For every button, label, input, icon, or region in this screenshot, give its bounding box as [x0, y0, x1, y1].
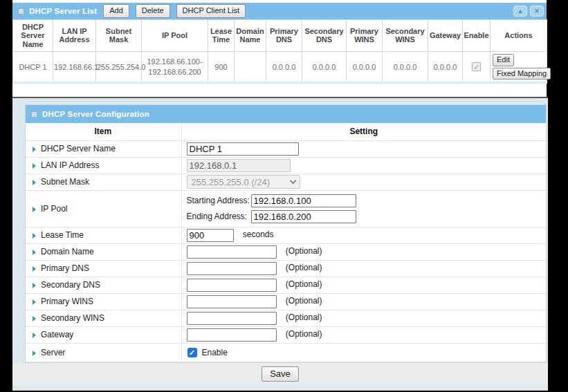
- field-label: Gateway: [41, 330, 73, 339]
- item-arrow-icon: [33, 180, 36, 185]
- cell-enable: [463, 51, 491, 83]
- ending-address-label: Ending Address:: [187, 212, 251, 221]
- item-arrow-icon: [33, 351, 36, 356]
- optional-note: (Optional): [286, 296, 322, 306]
- optional-note: (Optional): [286, 246, 322, 256]
- field-label: LAN IP Address: [41, 160, 100, 170]
- col-header-pwins: Primary WINS: [347, 20, 383, 52]
- window-controls: ▴ ✕: [513, 6, 544, 17]
- chevron-down-icon: [289, 177, 296, 184]
- field-label: DHCP Server Name: [41, 144, 116, 153]
- server-enable-label: Enable: [202, 348, 228, 357]
- col-header-name: DHCP Server Name: [13, 20, 53, 52]
- cell-pdns: 0.0.0.0: [266, 51, 302, 83]
- secondary-wins-input[interactable]: [187, 312, 277, 325]
- optional-note: (Optional): [286, 263, 322, 272]
- col-header-lease: Lease Time: [208, 20, 235, 52]
- col-header-actions: Actions: [491, 20, 547, 52]
- cell-sdns: 0.0.0.0: [302, 51, 347, 83]
- ending-address-input[interactable]: [251, 210, 356, 223]
- enable-checkbox-disabled: [472, 62, 481, 71]
- col-header-sdns: Secondary DNS: [302, 20, 347, 52]
- config-header-row: Item Setting: [26, 123, 546, 140]
- subnet-mask-select: 255.255.255.0 (/24): [187, 175, 300, 189]
- field-label: Subnet Mask: [41, 177, 89, 187]
- edit-button[interactable]: Edit: [493, 54, 514, 66]
- starting-address-label: Starting Address:: [187, 196, 251, 205]
- row-lease-time: Lease Time seconds: [26, 227, 546, 243]
- panel-square-icon: [31, 111, 37, 118]
- col-header-domain: Domain Name: [235, 20, 266, 52]
- lan-ip-input: [187, 159, 291, 172]
- optional-note: (Optional): [286, 312, 322, 322]
- cell-swins: 0.0.0.0: [383, 51, 428, 83]
- dhcp-list-titlebar: DHCP Server List Add Delete DHCP Client …: [12, 3, 547, 19]
- field-label: Domain Name: [41, 247, 94, 256]
- row-gateway: Gateway (Optional): [26, 326, 546, 343]
- item-arrow-icon: [33, 163, 36, 169]
- close-icon[interactable]: ✕: [530, 6, 544, 17]
- delete-button[interactable]: Delete: [136, 4, 170, 18]
- cell-lease: 900: [208, 51, 235, 83]
- row-domain-name: Domain Name (Optional): [26, 243, 546, 260]
- field-label: IP Pool: [41, 204, 67, 214]
- item-arrow-icon: [33, 333, 36, 338]
- server-enable-checkbox[interactable]: [187, 348, 197, 357]
- field-label: Lease Time: [41, 230, 84, 240]
- subnet-mask-value: 255.255.255.0 (/24): [192, 177, 270, 187]
- starting-address-input[interactable]: [251, 194, 356, 207]
- primary-dns-input[interactable]: [187, 262, 277, 275]
- item-arrow-icon: [33, 233, 36, 239]
- row-primary-dns: Primary DNS (Optional): [26, 260, 546, 277]
- dhcp-config-title: DHCP Server Configuration: [42, 110, 149, 118]
- item-arrow-icon: [33, 250, 36, 255]
- field-label: Primary WINS: [41, 297, 93, 306]
- cell-lan-ip: 192.168.66.1: [53, 51, 96, 83]
- col-header-ip-pool: IP Pool: [142, 20, 208, 52]
- lease-time-input[interactable]: [187, 229, 234, 242]
- item-arrow-icon: [33, 316, 36, 321]
- domain-name-input[interactable]: [187, 245, 277, 259]
- field-label: Server: [41, 348, 65, 357]
- collapse-icon[interactable]: ▴: [513, 6, 527, 17]
- setting-header: Setting: [181, 123, 546, 140]
- dhcp-server-table: DHCP Server Name LAN IP Address Subnet M…: [12, 19, 547, 84]
- fixed-mapping-button[interactable]: Fixed Mapping: [493, 68, 551, 80]
- dhcp-client-list-button[interactable]: DHCP Client List: [176, 4, 246, 18]
- lease-time-suffix: seconds: [243, 230, 274, 239]
- dhcp-config-table: Item Setting DHCP Server Name LAN IP Add…: [26, 123, 546, 362]
- dhcp-server-list-window: DHCP Server List Add Delete DHCP Client …: [12, 0, 547, 98]
- col-header-enable: Enable: [463, 20, 491, 52]
- gateway-input[interactable]: [187, 328, 277, 342]
- panel-square-icon: [18, 8, 24, 15]
- field-label: Secondary DNS: [41, 280, 100, 290]
- item-arrow-icon: [33, 207, 36, 212]
- table-row: DHCP 1 192.168.66.1 255.255.254.0 192.16…: [13, 51, 547, 83]
- cell-pwins: 0.0.0.0: [347, 51, 383, 83]
- row-subnet-mask: Subnet Mask 255.255.255.0 (/24): [26, 174, 546, 190]
- col-header-subnet: Subnet Mask: [96, 20, 142, 52]
- cell-name: DHCP 1: [13, 51, 53, 83]
- secondary-dns-input[interactable]: [187, 279, 277, 292]
- cell-subnet: 255.255.254.0: [96, 51, 142, 83]
- dhcp-list-title: DHCP Server List: [29, 7, 97, 15]
- item-arrow-icon: [33, 299, 36, 305]
- config-footer: Save: [12, 363, 548, 386]
- dhcp-server-name-input[interactable]: [187, 142, 299, 156]
- cell-gateway: 0.0.0.0: [428, 51, 463, 83]
- item-header: Item: [26, 123, 181, 140]
- row-secondary-wins: Secondary WINS (Optional): [26, 310, 546, 326]
- col-header-pdns: Primary DNS: [266, 20, 302, 52]
- cell-domain: [235, 51, 266, 83]
- row-ip-pool: IP Pool Starting Address: Ending Address…: [26, 190, 546, 227]
- col-header-gateway: Gateway: [428, 20, 463, 52]
- col-header-swins: Secondary WINS: [383, 20, 428, 52]
- cell-ip-pool: 192.168.66.100- 192.168.66.200: [142, 51, 208, 83]
- dhcp-config-titlebar: DHCP Server Configuration: [26, 105, 546, 123]
- item-arrow-icon: [33, 147, 36, 152]
- col-header-lan-ip: LAN IP Address: [53, 20, 96, 52]
- primary-wins-input[interactable]: [187, 295, 277, 308]
- save-button[interactable]: Save: [262, 366, 299, 382]
- add-button[interactable]: Add: [103, 4, 129, 18]
- optional-note: (Optional): [286, 329, 322, 339]
